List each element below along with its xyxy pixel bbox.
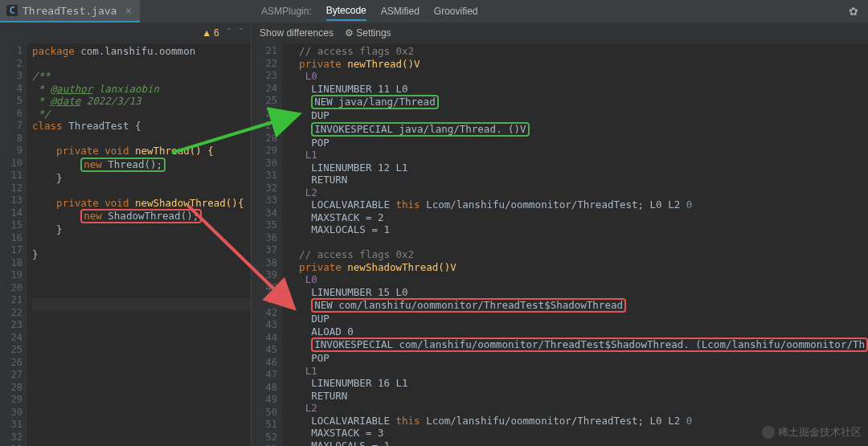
warning-badge[interactable]: ▲ 6 [202, 27, 219, 39]
tab-bytecode[interactable]: Bytecode [326, 5, 366, 21]
source-code[interactable]: package com.lanshifu.oommon /** * @autho… [27, 43, 251, 446]
asm-plugin-toolbar: ASMPlugin: Bytecode ASMified Groovified … [252, 0, 868, 23]
tab-groovified[interactable]: Groovified [434, 6, 478, 17]
right-gutter: 2122232425262728293031323334353637383940… [252, 43, 282, 446]
editor-tab-bar: C ThreadTest.java × [0, 0, 251, 23]
close-icon[interactable]: × [125, 4, 131, 17]
asm-secondary-bar: Show differences ⚙ Settings [252, 23, 868, 43]
bytecode-view[interactable]: // access flags 0x2 private newThread()V… [282, 43, 868, 446]
left-gutter: 1234567891011121314151617181920212223242… [0, 43, 27, 446]
show-differences-button[interactable]: Show differences [260, 27, 334, 39]
tab-asmified[interactable]: ASMified [381, 6, 420, 17]
file-tab-label: ThreadTest.java [23, 5, 117, 17]
warning-icon: ▲ [202, 27, 211, 39]
gear-icon: ⚙ [345, 27, 354, 39]
watermark-icon [762, 426, 775, 439]
plugin-label: ASMPlugin: [261, 6, 312, 17]
nav-down-icon[interactable]: ˇ [239, 27, 243, 39]
file-tab-threadtest[interactable]: C ThreadTest.java × [0, 0, 140, 23]
settings-button[interactable]: ⚙ Settings [345, 27, 391, 39]
java-class-icon: C [6, 5, 18, 16]
gear-icon[interactable]: ✿ [849, 5, 858, 18]
watermark: 稀土掘金技术社区 [762, 425, 862, 440]
nav-up-icon[interactable]: ˆ [227, 27, 231, 39]
editor-breadcrumb-bar: ▲ 6 ˆ ˇ [0, 23, 251, 43]
